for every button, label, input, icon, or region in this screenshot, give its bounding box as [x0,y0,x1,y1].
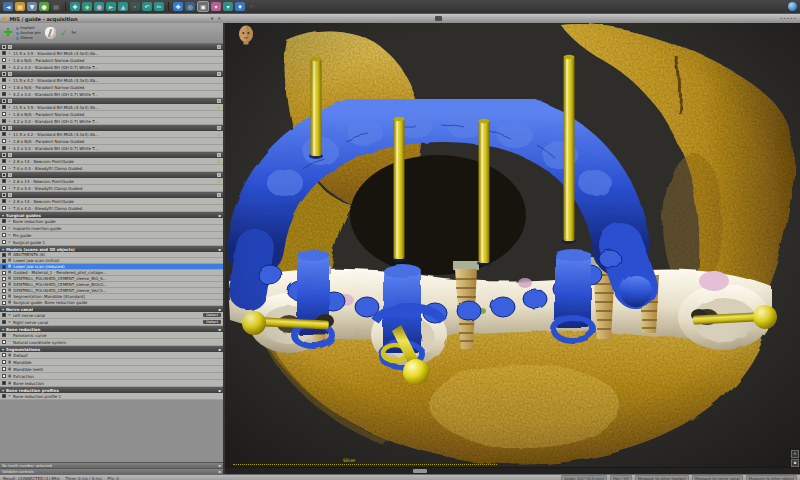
implant-row[interactable]: ⊥ 4.2 x 3.0 - Standard BH (GH 0.7) White… [0,91,223,98]
row-checkbox[interactable] [2,51,6,55]
group-menu-icon[interactable] [217,193,221,197]
move-object-icon[interactable]: ► [106,2,116,11]
point-icon[interactable]: • [130,2,140,11]
section-menu-icon[interactable]: ▪ [218,213,221,218]
row-checkbox[interactable] [2,301,6,305]
row-checkbox[interactable] [2,92,6,96]
scrollbar-handle[interactable] [413,469,427,473]
group-visibility-icon[interactable] [2,45,6,49]
collapse-icon[interactable]: ▾ [2,307,4,312]
row-checkbox[interactable] [2,340,6,344]
section-header[interactable]: ▾ Segmentations ▪ [0,346,223,352]
add-object-icon[interactable]: ✚ [173,2,183,11]
group-visibility-icon[interactable] [2,99,6,103]
implant-row[interactable]: ⊥ 11.5 x 4.2 - Standard BH MUA (4.3x3) A… [0,77,223,84]
open-case-icon[interactable]: ▤ [15,2,25,11]
section-menu-icon[interactable]: ▪ [218,388,221,393]
zoom-view-icon[interactable]: ● [94,2,104,11]
row-checkbox[interactable] [2,119,6,123]
row-checkbox[interactable] [2,313,6,317]
group-menu-icon[interactable] [217,99,221,103]
list-item[interactable]: ≡ Right nerve canal Detect [0,319,223,326]
import-icon[interactable]: ▼ [27,2,37,11]
capture-icon[interactable]: ▣ [197,1,209,12]
implant-row[interactable]: ⊥ 11.5 x 3.5 - Standard BH MUA (4.3x3) A… [0,104,223,111]
implant-row[interactable]: ⊥ 1.8 x N/A - Paradont Narrow Guided [0,84,223,91]
implant-row[interactable]: ⊥ 4.2 x 3.0 - Standard BH (GH 0.7) White… [0,118,223,125]
tag-pink-icon[interactable]: ▾ [211,2,221,11]
row-checkbox[interactable] [2,360,6,364]
row-checkbox[interactable] [2,253,6,257]
group-menu-icon[interactable] [217,173,221,177]
implant-row[interactable]: ⊥ 7.0 x 4.0 - Steadyfit Clamp Guided [0,205,223,212]
list-item[interactable]: ▱ Bone reduction guide [0,218,223,225]
help-icon[interactable] [788,2,797,11]
group-lock-icon[interactable] [8,173,12,177]
group-visibility-icon[interactable] [2,126,6,130]
pliers-icon[interactable]: ✂ [154,2,164,11]
group-menu-icon[interactable] [217,45,221,49]
section-header[interactable]: ▾ Bone reduction ▪ [0,326,223,332]
list-item[interactable]: ▱ Implants insertion guide [0,225,223,232]
group-lock-icon[interactable] [8,153,12,157]
group-lock-icon[interactable] [8,72,12,76]
row-checkbox[interactable] [2,206,6,210]
measure-icon[interactable]: ▲ [118,2,128,11]
row-checkbox[interactable] [2,271,6,275]
row-checkbox[interactable] [2,159,6,163]
implant-type-option[interactable]: Sleeve [16,36,40,40]
row-checkbox[interactable] [2,219,6,223]
export-spheres-icon[interactable]: ● [39,2,49,11]
list-item[interactable]: ▣ Default [0,352,223,359]
row-checkbox[interactable] [2,112,6,116]
row-checkbox[interactable] [2,226,6,230]
group-visibility-icon[interactable] [2,193,6,197]
section-header[interactable]: ▾ Bone reduction profiles ▪ [0,387,223,393]
section-header[interactable]: ▾ Nerve canal ▪ [0,306,223,312]
section-menu-icon[interactable]: ▪ [218,247,221,252]
group-visibility-icon[interactable] [2,72,6,76]
group-menu-icon[interactable] [217,153,221,157]
row-checkbox[interactable] [2,367,6,371]
zoom-in-button[interactable]: + [791,450,799,458]
row-checkbox[interactable] [2,283,6,287]
row-checkbox[interactable] [2,277,6,281]
group-menu-icon[interactable] [217,126,221,130]
group-lock-icon[interactable] [8,99,12,103]
group-lock-icon[interactable] [8,45,12,49]
comment-icon[interactable]: ♦ [235,2,245,11]
row-checkbox[interactable] [2,233,6,237]
layout-button[interactable]: ▪ [791,459,799,467]
row-checkbox[interactable] [2,186,6,190]
panel-minimize-icon[interactable]: ▾ [210,16,214,22]
list-item[interactable]: ▣ Mandible teeth [0,366,223,373]
row-checkbox[interactable] [2,289,6,293]
pan-view-icon[interactable]: ✚ [70,2,80,11]
row-checkbox[interactable] [2,353,6,357]
row-checkbox[interactable] [2,333,6,337]
group-menu-icon[interactable] [217,72,221,76]
collapse-icon[interactable]: ▾ [2,213,4,218]
row-checkbox[interactable] [2,139,6,143]
section-menu-icon[interactable]: ▪ [218,347,221,352]
row-checkbox[interactable] [2,146,6,150]
list-item[interactable]: ▣ Extraction [0,373,223,380]
section-header[interactable]: ▾ Surgical guides ▪ [0,212,223,218]
row-checkbox[interactable] [2,199,6,203]
rotate-view-icon[interactable]: ◆ [82,2,92,11]
list-item[interactable]: ≡ Bone reduction profile 1 [0,393,223,400]
list-item[interactable]: ◠ Panoramic curve [0,332,223,339]
implant-row[interactable]: ⊥ 7.0 x 4.0 - Steadyfit Clamp Guided [0,165,223,172]
collapse-icon[interactable]: ▾ [2,388,4,393]
implant-row[interactable]: ⊥ 1.8 x N/A - Paradont Narrow Guided [0,111,223,118]
row-checkbox[interactable] [2,394,6,398]
list-item[interactable]: ▣ Mandible [0,359,223,366]
print-icon[interactable]: ▤ [51,2,61,11]
cut-button[interactable]: ✂ [71,29,77,37]
row-checkbox[interactable] [2,179,6,183]
implant-row[interactable]: ⊥ 2.8 x 14 - Newcom PointGuide ⚠ [0,158,223,165]
row-checkbox[interactable] [2,65,6,69]
row-checkbox[interactable] [2,132,6,136]
viewbar-dot-icons[interactable]: ••••• [780,17,800,21]
tag-teal-icon[interactable]: ▾ [223,2,233,11]
